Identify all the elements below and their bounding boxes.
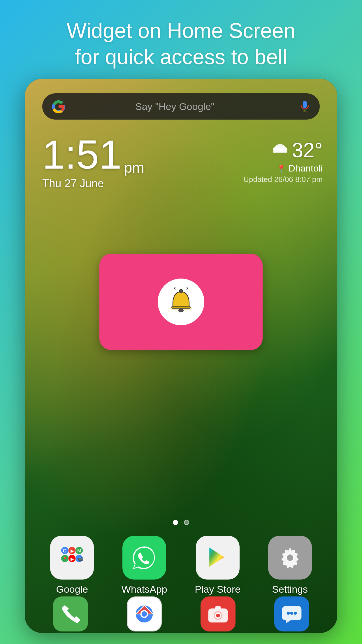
phone-dock-icon[interactable] <box>53 596 88 631</box>
svg-text:▶: ▶ <box>71 548 74 553</box>
playstore-label: Play Store <box>195 584 240 595</box>
svg-point-33 <box>141 611 147 617</box>
weather-temperature: 32° <box>292 139 323 162</box>
whatsapp-icon[interactable] <box>122 536 166 580</box>
phone-frame: Say "Hey Google" 1:51pm Thu 27 June <box>25 79 337 633</box>
playstore-icon[interactable] <box>196 536 240 580</box>
clock-period: pm <box>124 160 144 176</box>
weather-main: 32° <box>243 139 323 162</box>
weather-location: 📍 Dhantoli <box>243 163 323 174</box>
settings-icon[interactable] <box>268 536 312 580</box>
messages-dock-icon[interactable] <box>274 596 309 631</box>
clock-widget: 1:51pm Thu 27 June <box>42 134 144 190</box>
svg-marker-40 <box>286 620 291 623</box>
phone-screen: Say "Hey Google" 1:51pm Thu 27 June <box>25 79 337 633</box>
app-dock: G ▶ M 📍 ▶ 📹 Google <box>25 536 337 595</box>
page-indicator-2[interactable] <box>184 520 189 525</box>
svg-rect-9 <box>172 306 190 308</box>
mic-icon <box>299 100 311 113</box>
google-app[interactable]: G ▶ M 📍 ▶ 📹 Google <box>50 536 94 595</box>
svg-point-5 <box>273 146 280 152</box>
weather-widget: 32° 📍 Dhantoli Updated 26/06 8:07 pm <box>243 139 323 184</box>
weather-updated: Updated 26/06 8:07 pm <box>243 175 323 184</box>
svg-point-10 <box>179 309 183 312</box>
svg-point-38 <box>216 614 220 617</box>
chrome-dock-icon[interactable] <box>127 596 162 631</box>
whatsapp-label: WhatsApp <box>122 584 167 595</box>
clock-date: Thu 27 June <box>42 177 144 190</box>
page-indicator-1[interactable] <box>173 520 178 525</box>
google-icon[interactable]: G ▶ M 📍 ▶ 📹 <box>50 536 94 580</box>
svg-point-43 <box>294 612 297 615</box>
svg-point-42 <box>290 612 293 615</box>
bell-widget[interactable] <box>99 254 263 350</box>
page-indicators <box>25 520 337 525</box>
header-line2: for quick access to bell <box>75 45 287 69</box>
svg-rect-37 <box>215 606 221 609</box>
header-text: Widget on Home Screen for quick access t… <box>0 0 362 82</box>
svg-point-41 <box>287 612 290 615</box>
svg-point-8 <box>179 289 183 293</box>
whatsapp-app[interactable]: WhatsApp <box>122 536 167 595</box>
bell-button[interactable] <box>158 279 204 325</box>
search-placeholder: Say "Hey Google" <box>51 101 299 112</box>
bottom-dock <box>25 595 337 633</box>
svg-text:M: M <box>77 548 81 553</box>
svg-point-29 <box>287 554 293 561</box>
clock-digits: 1:51 <box>42 132 122 177</box>
clock-time: 1:51pm <box>42 134 144 175</box>
svg-text:▶: ▶ <box>71 556 74 561</box>
weather-cloud-icon <box>271 143 289 158</box>
header-line1: Widget on Home Screen <box>67 19 295 42</box>
svg-text:📹: 📹 <box>78 556 83 562</box>
bell-icon <box>166 287 196 316</box>
settings-label: Settings <box>272 584 308 595</box>
google-label: Google <box>56 584 88 595</box>
weather-city: Dhantoli <box>289 163 323 174</box>
playstore-app[interactable]: Play Store <box>195 536 240 595</box>
svg-text:G: G <box>63 548 67 553</box>
svg-text:📍: 📍 <box>62 556 68 562</box>
svg-point-6 <box>280 146 287 152</box>
settings-app[interactable]: Settings <box>268 536 312 595</box>
camera-dock-icon[interactable] <box>201 596 236 631</box>
search-bar[interactable]: Say "Hey Google" <box>42 93 320 120</box>
